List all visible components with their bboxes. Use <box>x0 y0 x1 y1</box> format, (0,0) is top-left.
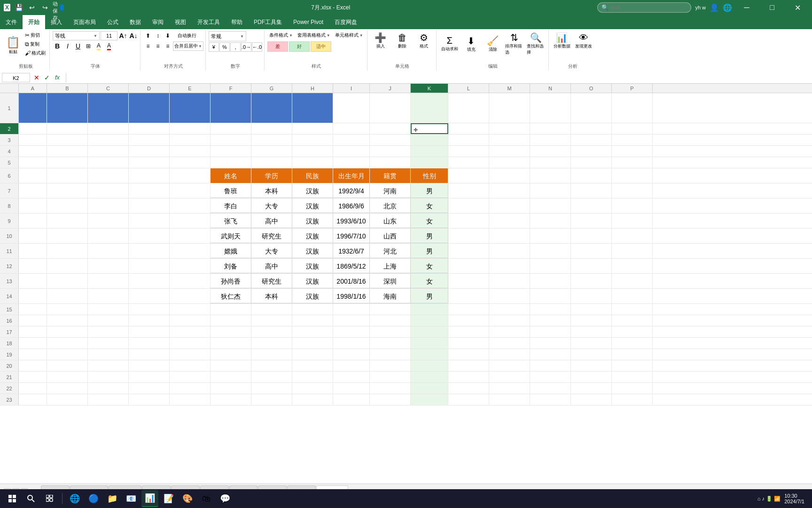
tab-developer[interactable]: 开发工具 <box>192 15 226 29</box>
tab-baidu[interactable]: 百度网盘 <box>329 15 363 29</box>
tab-data[interactable]: 数据 <box>124 15 147 29</box>
cell-f2[interactable] <box>211 123 251 134</box>
fill-color-button[interactable]: A <box>94 41 103 51</box>
cell-c1[interactable] <box>88 93 129 123</box>
col-header-d[interactable]: D <box>129 84 170 93</box>
formula-input[interactable] <box>70 73 810 82</box>
tab-home[interactable]: 开始 <box>23 15 45 29</box>
row-header-4[interactable]: 4 <box>0 146 19 157</box>
cell-e1[interactable] <box>170 93 211 123</box>
cell-p1[interactable] <box>612 93 653 123</box>
search-input[interactable] <box>610 5 676 10</box>
style-good[interactable]: 好 <box>289 41 310 52</box>
cell-j3[interactable] <box>370 135 411 145</box>
cell-m1[interactable] <box>489 93 530 123</box>
file-explorer-taskbar[interactable]: 📁 <box>104 490 121 507</box>
cell-d1[interactable] <box>129 93 170 123</box>
task-view-button[interactable] <box>41 490 58 507</box>
tab-formulas[interactable]: 公式 <box>102 15 124 29</box>
comma-button[interactable]: , <box>230 42 241 52</box>
cell-d3[interactable] <box>129 135 170 145</box>
row-header-20[interactable]: 20 <box>0 360 19 371</box>
cell-o3[interactable] <box>571 135 612 145</box>
tab-page-layout[interactable]: 页面布局 <box>68 15 102 29</box>
cancel-formula-button[interactable]: ✕ <box>32 73 41 82</box>
format-painter-button[interactable]: 🖌 格式刷 <box>23 49 47 57</box>
col-header-b[interactable]: B <box>47 84 88 93</box>
edge-taskbar[interactable]: 🌐 <box>66 490 83 507</box>
cell-d2[interactable] <box>129 123 170 134</box>
cell-n1[interactable] <box>530 93 571 123</box>
cell-m2[interactable] <box>489 123 530 134</box>
cell-e2[interactable] <box>170 123 211 134</box>
cell-a2[interactable] <box>19 123 47 134</box>
cell-i2[interactable] <box>333 123 370 134</box>
save-button[interactable]: 💾 <box>13 2 24 13</box>
row-header-8[interactable]: 8 <box>0 198 19 213</box>
row-header-2[interactable]: 2 <box>0 123 19 134</box>
style-bad[interactable]: 差 <box>267 41 288 52</box>
row-header-21[interactable]: 21 <box>0 372 19 382</box>
cut-button[interactable]: ✂ 剪切 <box>23 31 47 40</box>
conditional-format-button[interactable]: 条件格式 ▼ <box>267 31 295 40</box>
cell-f3[interactable] <box>211 135 251 145</box>
cell-styles-button[interactable]: 单元格样式 ▼ <box>333 31 365 40</box>
minimize-button[interactable]: ─ <box>736 0 757 15</box>
cell-i1[interactable] <box>333 93 370 123</box>
cell-a3[interactable] <box>19 135 47 145</box>
number-format-dropdown[interactable]: 常规 ▼ <box>209 31 246 41</box>
autosum-button[interactable]: Σ 自动求和 <box>439 31 460 56</box>
border-button[interactable]: ⊞ <box>84 41 93 51</box>
table-style-button[interactable]: 套用表格格式 ▼ <box>296 31 332 40</box>
cell-c2[interactable] <box>88 123 129 134</box>
photoshop-taskbar[interactable]: 🎨 <box>179 490 196 507</box>
cell-n2[interactable] <box>530 123 571 134</box>
row-header-5[interactable]: 5 <box>0 157 19 168</box>
insert-function-button[interactable]: fx <box>53 73 62 82</box>
user-avatar[interactable]: 👤 <box>710 3 719 12</box>
paste-button[interactable]: 📋 粘贴 <box>4 31 23 59</box>
col-header-o[interactable]: O <box>571 84 612 93</box>
row-header-6[interactable]: 6 <box>0 168 19 183</box>
tab-file[interactable]: 文件 <box>0 15 23 29</box>
maximize-button[interactable]: □ <box>761 0 783 15</box>
row-header-16[interactable]: 16 <box>0 315 19 326</box>
cell-j1[interactable] <box>370 93 411 123</box>
col-header-a[interactable]: A <box>19 84 47 93</box>
col-header-h[interactable]: H <box>292 84 333 93</box>
email-taskbar[interactable]: 📧 <box>123 490 140 507</box>
col-header-e[interactable]: E <box>170 84 211 93</box>
merge-center-button[interactable]: 合并后居中 ▼ <box>173 41 203 51</box>
row-header-17[interactable]: 17 <box>0 326 19 337</box>
italic-button[interactable]: I <box>63 41 72 51</box>
row-header-19[interactable]: 19 <box>0 349 19 360</box>
cell-b1[interactable] <box>47 93 88 123</box>
excel-taskbar[interactable]: 📊 <box>141 490 158 507</box>
sort-filter-button[interactable]: ⇅ 排序和筛选 <box>504 31 525 56</box>
undo-button[interactable]: ↩ <box>26 2 38 13</box>
search-taskbar-button[interactable] <box>23 490 39 507</box>
increase-decimal-button[interactable]: .0→ <box>241 42 251 52</box>
global-search[interactable]: 🔍 <box>597 2 691 13</box>
font-size-box[interactable]: 11 <box>101 31 117 40</box>
style-neutral[interactable]: 适中 <box>311 41 331 52</box>
cell-e3[interactable] <box>170 135 211 145</box>
discord-taskbar[interactable]: 💬 <box>217 490 234 507</box>
col-header-g[interactable]: G <box>251 84 292 93</box>
decrease-font-button[interactable]: A↓ <box>129 31 138 40</box>
center-align-button[interactable]: ≡ <box>153 41 163 51</box>
cell-a1[interactable] <box>19 93 47 123</box>
cell-h1[interactable] <box>292 93 333 123</box>
find-select-button[interactable]: 🔍 查找和选择 <box>526 31 547 56</box>
cell-k2-selected[interactable]: ✛ <box>411 123 448 134</box>
cell-n3[interactable] <box>530 135 571 145</box>
auto-save-toggle[interactable]: 自动保存 <box>53 2 64 13</box>
middle-align-button[interactable]: ↕ <box>153 31 163 40</box>
start-button[interactable] <box>4 490 21 507</box>
row-header-15[interactable]: 15 <box>0 304 19 315</box>
row-header-23[interactable]: 23 <box>0 394 19 405</box>
cell-k1[interactable] <box>411 93 448 123</box>
wrap-text-button[interactable]: 自动换行 <box>173 31 201 40</box>
cell-l2[interactable] <box>448 123 489 134</box>
underline-button[interactable]: U <box>73 41 83 51</box>
